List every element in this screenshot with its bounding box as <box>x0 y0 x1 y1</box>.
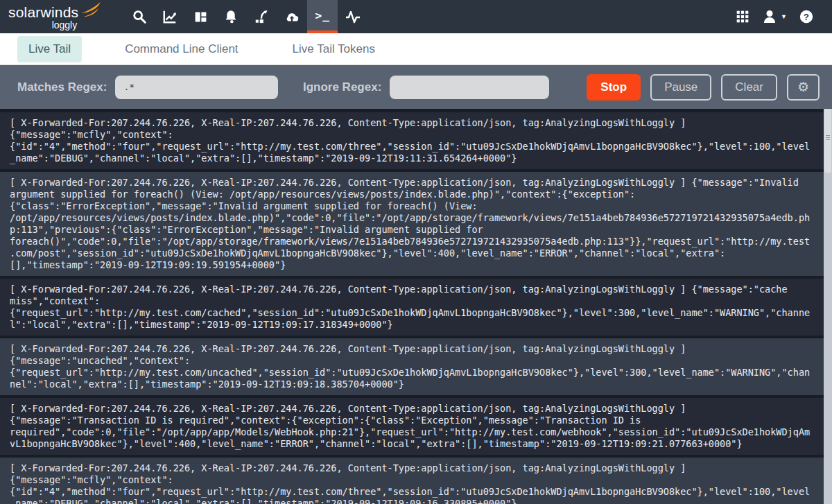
settings-gear-button[interactable]: ⚙ <box>787 74 820 101</box>
stop-button[interactable]: Stop <box>587 74 641 101</box>
tab-live-tail-tokens[interactable]: Live Tail Tokens <box>281 36 386 62</box>
brand-text: solarwinds loggly <box>8 5 78 30</box>
top-navbar: solarwinds loggly >_ <box>0 0 832 33</box>
matches-regex-input[interactable] <box>115 76 278 99</box>
log-entry: [ X-Forwarded-For:207.244.76.226, X-Real… <box>0 112 824 169</box>
live-tail-terminal-icon[interactable]: >_ <box>307 0 338 33</box>
apps-grid-icon[interactable] <box>727 0 759 33</box>
help-icon[interactable]: ? <box>790 0 822 33</box>
brand-loggly: loggly <box>8 20 78 30</box>
log-stream: [ X-Forwarded-For:207.244.76.226, X-Real… <box>0 109 824 504</box>
primary-nav: >_ <box>124 0 368 33</box>
solarwinds-swoosh-icon <box>80 1 103 22</box>
live-tail-log-view: [ X-Forwarded-For:207.244.76.226, X-Real… <box>0 109 832 504</box>
user-account-icon[interactable]: ▼ <box>759 0 790 33</box>
log-entry: [ X-Forwarded-For:207.244.76.226, X-Real… <box>0 338 824 395</box>
log-entry: [ X-Forwarded-For:207.244.76.226, X-Real… <box>0 279 824 336</box>
alerts-bell-icon[interactable] <box>216 0 246 33</box>
svg-text:?: ? <box>804 12 809 22</box>
ignore-regex-label: Ignore Regex: <box>303 80 381 94</box>
navbar-right: ▼ ? <box>727 0 832 33</box>
livetail-controls: Matches Regex: Ignore Regex: Stop Pause … <box>0 65 832 109</box>
loggly-logo[interactable]: solarwinds loggly <box>0 0 116 33</box>
dashboards-icon[interactable] <box>185 0 216 33</box>
gear-icon: ⚙ <box>797 80 809 94</box>
source-setup-icon[interactable] <box>246 0 277 33</box>
tab-live-tail[interactable]: Live Tail <box>17 36 82 62</box>
log-scrollbar-track[interactable] <box>824 109 832 504</box>
clear-button[interactable]: Clear <box>721 74 777 101</box>
log-entry: [ X-Forwarded-For:207.244.76.226, X-Real… <box>0 458 824 504</box>
cloud-icon[interactable] <box>277 0 307 33</box>
log-scrollbar-thumb[interactable] <box>824 109 831 173</box>
ignore-regex-input[interactable] <box>390 76 549 99</box>
pause-button[interactable]: Pause <box>650 74 711 101</box>
log-entry: [ X-Forwarded-For:207.244.76.226, X-Real… <box>0 398 824 455</box>
log-entry: [ X-Forwarded-For:207.244.76.226, X-Real… <box>0 172 824 276</box>
user-caret-icon: ▼ <box>781 13 787 20</box>
tab-command-line-client[interactable]: Command Line Client <box>114 36 249 62</box>
scrollbar-grip-icon <box>826 135 830 141</box>
charts-icon[interactable] <box>155 0 185 33</box>
matches-regex-label: Matches Regex: <box>17 80 107 94</box>
search-icon[interactable] <box>124 0 155 33</box>
pulse-icon[interactable] <box>338 0 368 33</box>
subnav-tabs: Live Tail Command Line Client Live Tail … <box>0 33 832 65</box>
brand-solarwinds: solarwinds <box>8 5 78 19</box>
